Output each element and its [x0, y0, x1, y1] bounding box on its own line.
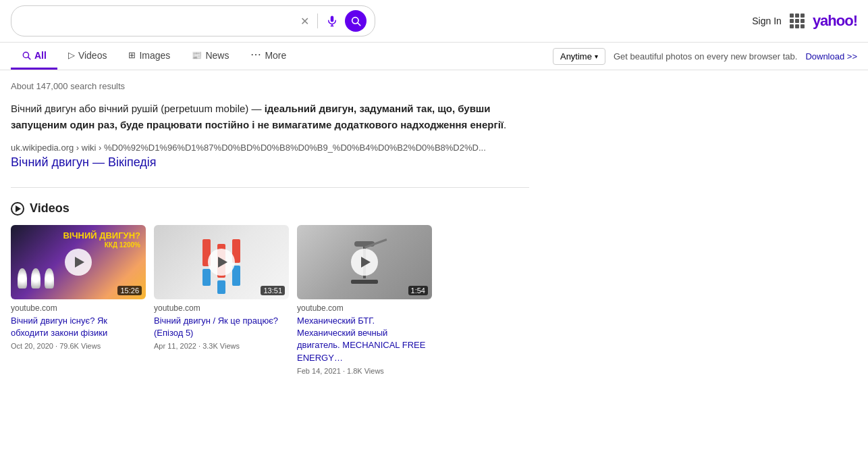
tab-videos-label: Videos	[78, 50, 107, 61]
thumb-v1-sub: ККД 1200%	[63, 241, 140, 249]
play-triangle-icon-3	[361, 257, 371, 268]
video-site-1: youtube.com	[11, 303, 146, 313]
video-views-1: 79.6K Views	[59, 342, 101, 350]
search-button[interactable]	[345, 10, 367, 32]
nav-right: Anytime ▾ Get beautiful photos on every …	[553, 48, 857, 65]
news-tab-icon: 📰	[192, 51, 202, 60]
apps-button[interactable]	[790, 14, 805, 28]
tab-all-label: All	[34, 50, 47, 61]
videos-section-icon	[11, 202, 24, 216]
wiki-url: uk.wikipedia.org › wiki › %D0%92%D1%96%D…	[11, 143, 529, 153]
header: вічний двигун ✕ Sign In	[0, 0, 868, 43]
video-thumb-3[interactable]: 1:54	[297, 225, 432, 299]
video-duration-1: 15:26	[117, 286, 142, 295]
video-card-3[interactable]: 1:54 youtube.com Механический БТГ. Механ…	[297, 225, 432, 375]
video-meta-2: Apr 11, 2022 · 3.3K Views	[154, 342, 289, 350]
wiki-link[interactable]: Вічний двигун — Вікіпедія	[11, 155, 157, 170]
tab-images-label: Images	[139, 50, 170, 61]
snippet-text: Вічний двигун або вічний рушій (perpetuu…	[11, 101, 529, 133]
videos-grid: ВІЧНИЙ ДВИГУН? ККД 1200% 15:26 youtube.c…	[11, 225, 529, 375]
video-duration-3: 1:54	[408, 286, 428, 295]
tab-videos[interactable]: ▷ Videos	[57, 43, 118, 70]
search-tab-icon	[22, 51, 31, 60]
video-site-2: youtube.com	[154, 303, 289, 313]
download-link[interactable]: Download >>	[805, 51, 857, 61]
play-triangle-icon-1	[75, 257, 84, 268]
video-title-2[interactable]: Вічний двигун / Як це працює? (Епізод 5)	[154, 315, 289, 339]
search-input[interactable]: вічний двигун	[20, 15, 294, 27]
clear-button[interactable]: ✕	[299, 14, 310, 29]
videos-tab-icon: ▷	[68, 50, 75, 60]
play-triangle-icon	[16, 205, 21, 212]
video-meta-3: Feb 14, 2021 · 1.8K Views	[297, 367, 432, 375]
search-icons: ✕	[299, 10, 367, 32]
video-views-2: 3.3K Views	[202, 342, 240, 350]
header-right: Sign In yahoo!	[752, 12, 857, 30]
video-meta-1: Oct 20, 2020 · 79.6K Views	[11, 342, 146, 350]
promo-text: Get beautiful photos on every new browse…	[614, 51, 797, 61]
video-site-3: youtube.com	[297, 303, 432, 313]
video-date-1: Oct 20, 2020	[11, 342, 53, 350]
tab-all[interactable]: All	[11, 43, 57, 70]
main-content: About 147,000 search results Вічний двиг…	[0, 70, 540, 375]
svg-line-6	[28, 57, 30, 59]
video-play-button-3[interactable]	[351, 249, 378, 276]
video-date-3: Feb 14, 2021	[297, 367, 341, 375]
tab-images[interactable]: ⊞ Images	[117, 43, 181, 70]
anytime-filter[interactable]: Anytime ▾	[553, 48, 605, 65]
search-bar: вічний двигун ✕	[11, 5, 375, 36]
video-views-3: 1.8K Views	[347, 367, 384, 375]
section-divider	[11, 187, 529, 188]
video-play-button-2[interactable]	[208, 249, 235, 276]
tab-more[interactable]: ⋯ More	[240, 43, 297, 70]
sign-in-button[interactable]: Sign In	[752, 16, 782, 26]
play-triangle-icon-2	[218, 257, 227, 268]
mic-button[interactable]	[325, 14, 340, 28]
tab-more-label: More	[265, 50, 286, 61]
video-duration-2: 13:51	[261, 286, 285, 295]
video-title-1[interactable]: Вічний двигун існує? Як обходити закони …	[11, 315, 146, 339]
nav-tabs: All ▷ Videos ⊞ Images 📰 News ⋯ More Anyt…	[0, 43, 868, 70]
video-date-2: Apr 11, 2022	[154, 342, 196, 350]
video-thumb-1[interactable]: ВІЧНИЙ ДВИГУН? ККД 1200% 15:26	[11, 225, 146, 299]
video-card-2[interactable]: 13:51 youtube.com Вічний двигун / Як це …	[154, 225, 289, 375]
tab-news-label: News	[205, 50, 229, 61]
video-card-1[interactable]: ВІЧНИЙ ДВИГУН? ККД 1200% 15:26 youtube.c…	[11, 225, 146, 375]
thumb-v1-big: ВІЧНИЙ ДВИГУН?	[63, 230, 140, 241]
video-thumb-2[interactable]: 13:51	[154, 225, 289, 299]
video-title-3[interactable]: Механический БТГ. Механический вечный дв…	[297, 315, 432, 364]
videos-header: Videos	[11, 201, 529, 216]
videos-title: Videos	[30, 201, 70, 216]
svg-line-4	[358, 23, 360, 26]
tab-news[interactable]: 📰 News	[181, 43, 240, 70]
svg-rect-0	[331, 16, 334, 22]
mic-icon	[326, 15, 338, 27]
thumb-v1-label: ВІЧНИЙ ДВИГУН? ККД 1200%	[63, 230, 140, 249]
yahoo-logo[interactable]: yahoo!	[813, 12, 857, 30]
images-tab-icon: ⊞	[128, 50, 136, 60]
more-tab-icon: ⋯	[250, 48, 261, 61]
search-icon	[350, 16, 361, 26]
video-play-button-1[interactable]	[65, 249, 92, 276]
anytime-label: Anytime	[560, 51, 592, 61]
chevron-down-icon: ▾	[595, 53, 598, 60]
result-count: About 147,000 search results	[11, 81, 529, 91]
